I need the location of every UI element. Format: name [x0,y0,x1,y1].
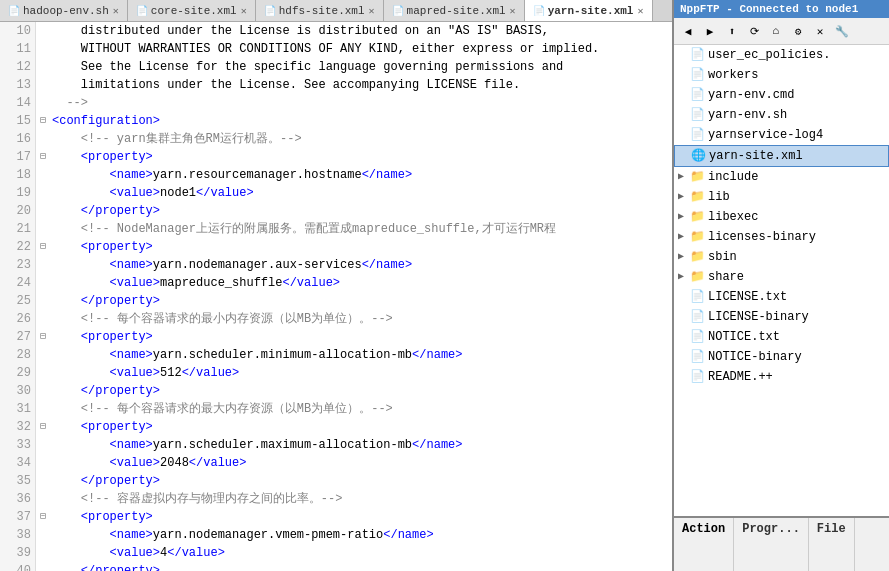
code-line: <name>yarn.resourcemanager.hostname</nam… [40,166,668,184]
tab-hdfs-site[interactable]: 📄hdfs-site.xml✕ [256,0,384,21]
code-text: </property> [52,472,668,490]
file-tree-item[interactable]: 📄yarn-env.cmd [674,85,889,105]
code-line: <name>yarn.scheduler.minimum-allocation-… [40,346,668,364]
fold-space [40,490,52,508]
file-tree-item[interactable]: 📄LICENSE-binary [674,307,889,327]
line-number: 39 [4,544,31,562]
close-icon[interactable]: ✕ [810,21,830,41]
tab-core-site[interactable]: 📄core-site.xml✕ [128,0,256,21]
fold-space [40,166,52,184]
action-bar: ActionProgr...File [674,516,889,571]
fold-space [40,202,52,220]
code-line: <!-- 每个容器请求的最小内存资源（以MB为单位）。--> [40,310,668,328]
line-number: 28 [4,346,31,364]
code-line: <!-- NodeManager上运行的附属服务。需配置成mapreduce_s… [40,220,668,238]
file-name: LICENSE-binary [708,308,809,326]
tab-hadoop-env[interactable]: 📄hadoop-env.sh✕ [0,0,128,21]
file-tree-item[interactable]: ▶📁licenses-binary [674,227,889,247]
code-text: <value>512</value> [52,364,668,382]
fold-space [40,346,52,364]
fold-space [40,292,52,310]
file-icon: 📄 [690,328,705,346]
code-text: <!-- 容器虚拟内存与物理内存之间的比率。--> [52,490,668,508]
tools-icon[interactable]: 🔧 [832,21,852,41]
file-tree-item[interactable]: ▶📁share [674,267,889,287]
refresh-icon[interactable]: ⟳ [744,21,764,41]
action-tab-file[interactable]: File [809,518,855,571]
file-tree-item[interactable]: 📄LICENSE.txt [674,287,889,307]
code-line: <!-- 容器虚拟内存与物理内存之间的比率。--> [40,490,668,508]
tab-close-icon[interactable]: ✕ [637,5,643,17]
code-line: See the License for the specific languag… [40,58,668,76]
line-number: 31 [4,400,31,418]
file-tree-item[interactable]: 📄NOTICE-binary [674,347,889,367]
line-number: 37 [4,508,31,526]
code-line: <value>node1</value> [40,184,668,202]
file-tree-item[interactable]: 📄NOTICE.txt [674,327,889,347]
up-icon[interactable]: ⬆ [722,21,742,41]
file-icon: 📄 [690,46,705,64]
line-number: 24 [4,274,31,292]
code-line: --> [40,94,668,112]
line-number: 11 [4,40,31,58]
fold-button[interactable]: ⊟ [40,238,52,256]
tab-label: hdfs-site.xml [279,5,365,17]
settings-icon[interactable]: ⚙ [788,21,808,41]
code-text: <name>yarn.nodemanager.aux-services</nam… [52,256,668,274]
fold-space [40,364,52,382]
forward-icon[interactable]: ▶ [700,21,720,41]
action-tab-action[interactable]: Action [674,518,734,571]
tab-label: hadoop-env.sh [23,5,109,17]
fold-button[interactable]: ⊟ [40,148,52,166]
fold-space [40,472,52,490]
folder-expand-icon: ▶ [678,268,690,286]
file-name: share [708,268,744,286]
tab-close-icon[interactable]: ✕ [241,5,247,17]
fold-space [40,130,52,148]
folder-icon: 📁 [690,168,705,186]
tab-close-icon[interactable]: ✕ [113,5,119,17]
line-number: 36 [4,490,31,508]
code-content[interactable]: distributed under the License is distrib… [36,22,672,571]
code-text: <value>4</value> [52,544,668,562]
file-tree-item[interactable]: 📄yarn-env.sh [674,105,889,125]
folder-expand-icon: ▶ [678,168,690,186]
tab-mapred-site[interactable]: 📄mapred-site.xml✕ [384,0,525,21]
file-tree-item[interactable]: ▶📁lib [674,187,889,207]
home-icon[interactable]: ⌂ [766,21,786,41]
code-line: <!-- yarn集群主角色RM运行机器。--> [40,130,668,148]
action-tab-progr[interactable]: Progr... [734,518,809,571]
back-icon[interactable]: ◀ [678,21,698,41]
file-tree-item[interactable]: ▶📁sbin [674,247,889,267]
tab-close-icon[interactable]: ✕ [510,5,516,17]
code-area: 1011121314151617181920212223242526272829… [0,22,672,571]
file-tree-item[interactable]: 📄workers [674,65,889,85]
fold-button[interactable]: ⊟ [40,328,52,346]
tab-yarn-site[interactable]: 📄yarn-site.xml✕ [525,0,653,21]
line-number: 38 [4,526,31,544]
code-text: <name>yarn.resourcemanager.hostname</nam… [52,166,668,184]
file-tree-item[interactable]: ▶📁include [674,167,889,187]
code-text: <!-- 每个容器请求的最小内存资源（以MB为单位）。--> [52,310,668,328]
file-name: yarn-env.cmd [708,86,794,104]
file-tree-item[interactable]: 📄README.++ [674,367,889,387]
file-name: sbin [708,248,737,266]
tab-label: mapred-site.xml [407,5,506,17]
tab-close-icon[interactable]: ✕ [369,5,375,17]
line-number: 27 [4,328,31,346]
file-tree-item[interactable]: ▶📁libexec [674,207,889,227]
fold-space [40,22,52,40]
line-number: 15 [4,112,31,130]
file-icon: 📄 [690,86,705,104]
file-tree-item[interactable]: 📄yarnservice-log4 [674,125,889,145]
nppftp-title: NppFTP - Connected to node1 [674,0,889,18]
file-tree-item[interactable]: 🌐yarn-site.xml [674,145,889,167]
code-line: <value>mapreduce_shuffle</value> [40,274,668,292]
line-numbers: 1011121314151617181920212223242526272829… [0,22,36,571]
fold-space [40,382,52,400]
line-number: 23 [4,256,31,274]
fold-button[interactable]: ⊟ [40,112,52,130]
fold-button[interactable]: ⊟ [40,418,52,436]
fold-button[interactable]: ⊟ [40,508,52,526]
file-tree-item[interactable]: 📄user_ec_policies. [674,45,889,65]
